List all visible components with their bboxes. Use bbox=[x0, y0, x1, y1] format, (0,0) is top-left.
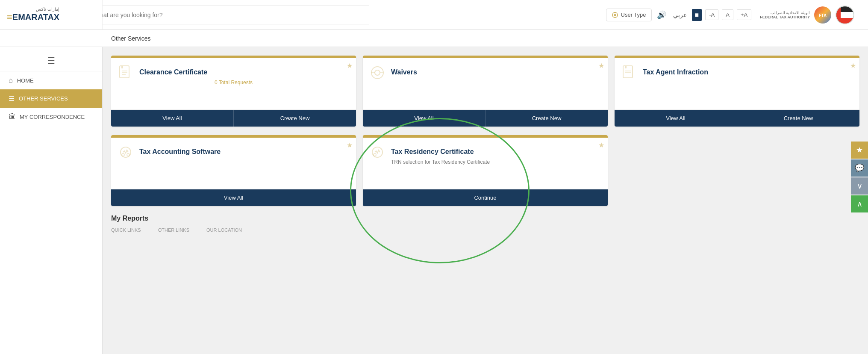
corner-star-icon: ★ bbox=[598, 62, 604, 70]
font-decrease-button[interactable]: -A bbox=[705, 9, 718, 20]
svg-text:FTA: FTA bbox=[819, 13, 827, 18]
svg-rect-15 bbox=[120, 66, 129, 78]
our-location-label: OUR LOCATION bbox=[206, 227, 242, 233]
logo: إمارات تاكس ≡EMARATAX bbox=[7, 7, 59, 23]
quick-links-label: QUICK LINKS bbox=[111, 227, 141, 233]
svg-point-21 bbox=[375, 70, 380, 75]
card-body: ★ Tax Agent Infraction bbox=[615, 58, 859, 109]
fta-arabic-text: الهيئة الاتحادية للضرائب bbox=[760, 11, 810, 15]
scroll-down-button[interactable]: ∨ bbox=[851, 177, 868, 195]
clearance-view-all-button[interactable]: View All bbox=[111, 110, 234, 127]
clearance-certificate-title: Clearance Certificate bbox=[139, 67, 349, 76]
tax-accounting-view-all-button[interactable]: View All bbox=[111, 189, 356, 206]
svg-rect-12 bbox=[841, 6, 853, 12]
tax-agent-infraction-icon bbox=[621, 65, 637, 84]
fta-logo: الهيئة الاتحادية للضرائب FEDERAL TAX AUT… bbox=[760, 6, 854, 24]
svg-point-30 bbox=[127, 153, 129, 156]
sidebar-item-correspondence-label: MY CORRESPONDENCE bbox=[20, 114, 85, 120]
card-body: ★ Clearance Certificate 0 Total Requests bbox=[111, 58, 356, 109]
contrast-button[interactable]: ■ bbox=[692, 9, 702, 21]
cards-row-2: ★ Tax Accounting Software View All bbox=[111, 135, 859, 206]
header-right: User Type 🔊 عربي ■ -A A +A الهيئة الاتحا… bbox=[606, 6, 861, 24]
sidebar-item-other-services[interactable]: ☰ OTHER SERVICES bbox=[0, 89, 102, 108]
card-footer: View All Create New bbox=[615, 109, 859, 127]
other-links-label: OTHER LINKS bbox=[158, 227, 189, 233]
tax-accounting-icon bbox=[118, 145, 133, 163]
tax-residency-subtitle: TRN selection for Tax Residency Certific… bbox=[391, 159, 601, 165]
corner-star-icon: ★ bbox=[347, 141, 353, 149]
sidebar-item-home[interactable]: ⌂ HOME bbox=[0, 71, 102, 89]
favorite-button[interactable]: ★ bbox=[851, 142, 868, 159]
hamburger-button[interactable]: ☰ bbox=[0, 50, 102, 71]
waivers-create-new-button[interactable]: Create New bbox=[485, 110, 608, 127]
corner-star-icon: ★ bbox=[850, 62, 856, 70]
logo-area: إمارات تاكس ≡EMARATAX bbox=[0, 0, 103, 30]
svg-point-29 bbox=[122, 153, 124, 156]
card-footer: View All Create New bbox=[363, 109, 608, 127]
volume-button[interactable]: 🔊 bbox=[655, 9, 668, 21]
tax-agent-infraction-card: ★ Tax Agent Infraction View All Create N… bbox=[615, 56, 859, 127]
chat-button[interactable]: 💬 bbox=[851, 159, 868, 177]
tax-residency-wrapper: ★ Tax Residency Certificate TRN selectio… bbox=[363, 135, 608, 206]
search-input[interactable] bbox=[89, 6, 369, 24]
other-services-icon: ☰ bbox=[9, 94, 15, 103]
my-reports-section: My Reports QUICK LINKS OTHER LINKS OUR L… bbox=[111, 215, 859, 233]
cards-row-1: ★ Clearance Certificate 0 Total Requests… bbox=[111, 56, 859, 127]
card-footer: View All Create New bbox=[111, 109, 356, 127]
correspondence-icon: 🏛 bbox=[9, 113, 15, 121]
font-normal-button[interactable]: A bbox=[722, 9, 733, 20]
floating-buttons: ★ 💬 ∨ ∧ bbox=[851, 142, 868, 212]
svg-rect-25 bbox=[625, 66, 627, 68]
font-increase-button[interactable]: +A bbox=[737, 9, 751, 20]
card-footer: View All bbox=[111, 189, 356, 206]
sub-header: Other Services bbox=[0, 30, 868, 47]
main-layout: ☰ ⌂ HOME ☰ OTHER SERVICES 🏛 MY CORRESPON… bbox=[0, 47, 868, 354]
card-footer: Continue bbox=[363, 189, 608, 206]
svg-rect-14 bbox=[836, 6, 841, 24]
sidebar-item-my-correspondence[interactable]: 🏛 MY CORRESPONDENCE bbox=[0, 108, 102, 126]
user-type-button[interactable]: User Type bbox=[606, 9, 652, 21]
svg-point-3 bbox=[614, 14, 616, 16]
sidebar-item-other-services-label: OTHER SERVICES bbox=[19, 95, 68, 102]
star-icon: ★ bbox=[856, 145, 863, 155]
top-header: 👤 ▾ User Type 🔊 عربي ■ -A A +A bbox=[0, 0, 868, 30]
uae-emblem bbox=[836, 6, 854, 24]
tax-residency-certificate-card: ★ Tax Residency Certificate TRN selectio… bbox=[363, 135, 608, 206]
main-content: ★ Clearance Certificate 0 Total Requests… bbox=[103, 47, 868, 354]
home-icon: ⌂ bbox=[9, 77, 13, 84]
scroll-up-button[interactable]: ∧ bbox=[851, 195, 868, 212]
tax-accounting-title: Tax Accounting Software bbox=[139, 146, 349, 156]
scroll-down-icon: ∨ bbox=[857, 181, 862, 191]
card-body: ★ Waivers bbox=[363, 58, 608, 109]
tax-agent-view-all-button[interactable]: View All bbox=[615, 110, 737, 127]
arabic-language-button[interactable]: عربي bbox=[671, 10, 689, 20]
waivers-icon bbox=[370, 65, 385, 84]
user-type-label: User Type bbox=[621, 12, 646, 18]
waivers-title: Waivers bbox=[391, 67, 601, 76]
sidebar: ☰ ⌂ HOME ☰ OTHER SERVICES 🏛 MY CORRESPON… bbox=[0, 47, 103, 354]
fta-icon: FTA bbox=[813, 6, 832, 24]
my-reports-title: My Reports bbox=[111, 215, 859, 222]
tax-agent-infraction-title: Tax Agent Infraction bbox=[643, 67, 853, 76]
clearance-certificate-card: ★ Clearance Certificate 0 Total Requests… bbox=[111, 56, 356, 127]
fta-english-text: FEDERAL TAX AUTHORITY bbox=[760, 15, 810, 19]
corner-star-icon: ★ bbox=[598, 141, 604, 149]
card-body: ★ Tax Residency Certificate TRN selectio… bbox=[363, 138, 608, 189]
waivers-card: ★ Waivers View All Create New bbox=[363, 56, 608, 127]
scroll-up-icon: ∧ bbox=[857, 199, 862, 209]
svg-point-32 bbox=[374, 153, 376, 156]
breadcrumb: Other Services bbox=[111, 35, 151, 42]
svg-rect-13 bbox=[841, 18, 853, 24]
logo-arabic: إمارات تاكس bbox=[7, 7, 59, 12]
tax-residency-continue-button[interactable]: Continue bbox=[363, 189, 608, 206]
clearance-certificate-total: 0 Total Requests bbox=[118, 76, 349, 87]
search-area bbox=[70, 6, 369, 24]
clearance-certificate-icon bbox=[118, 65, 133, 84]
card-body: ★ Tax Accounting Software bbox=[111, 138, 356, 189]
svg-rect-16 bbox=[121, 66, 123, 68]
tax-accounting-software-card: ★ Tax Accounting Software View All bbox=[111, 135, 356, 206]
clearance-create-new-button[interactable]: Create New bbox=[234, 110, 356, 127]
tax-agent-create-new-button[interactable]: Create New bbox=[737, 110, 859, 127]
waivers-view-all-button[interactable]: View All bbox=[363, 110, 485, 127]
svg-rect-24 bbox=[623, 66, 633, 78]
